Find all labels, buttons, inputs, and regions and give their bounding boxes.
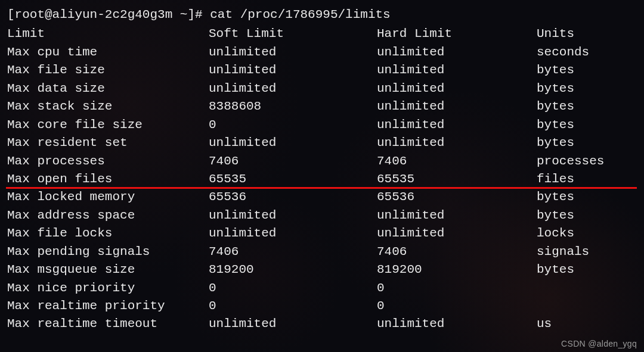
cell-soft: 8388608 — [209, 98, 377, 116]
cell-limit: Max locked memory — [7, 188, 209, 206]
cell-soft: unlimited — [209, 43, 377, 61]
table-row: Max pending signals74067406signals — [7, 243, 637, 261]
table-row: Max msgqueue size819200819200bytes — [7, 261, 637, 279]
header-hard: Hard Limit — [377, 25, 537, 43]
cell-units: bytes — [537, 261, 574, 279]
cell-hard: unlimited — [377, 225, 537, 242]
cell-soft: unlimited — [209, 61, 377, 79]
shell-prompt[interactable]: [root@aliyun-2c2g40g3m ~]# cat /proc/178… — [7, 6, 637, 24]
cell-hard: 7406 — [377, 152, 537, 170]
header-limit: Limit — [7, 25, 209, 43]
cell-hard: 65535 — [377, 170, 537, 188]
table-row: Max core file size0unlimitedbytes — [7, 116, 637, 134]
table-row: Max realtime timeoutunlimitedunlimitedus — [7, 315, 637, 333]
cell-hard: unlimited — [377, 207, 537, 225]
cell-soft: unlimited — [209, 315, 377, 333]
cell-soft: 7406 — [209, 243, 377, 261]
cell-limit: Max msgqueue size — [7, 261, 209, 279]
cell-hard: unlimited — [377, 98, 537, 116]
cell-limit: Max stack size — [7, 98, 209, 116]
cell-hard: unlimited — [377, 116, 537, 134]
cell-limit: Max nice priority — [7, 279, 209, 297]
table-row: Max data sizeunlimitedunlimitedbytes — [7, 80, 637, 98]
cell-limit: Max open files — [7, 170, 209, 188]
cell-soft: 819200 — [209, 261, 377, 279]
table-row: Max nice priority00 — [7, 279, 637, 297]
cell-soft: 7406 — [209, 152, 377, 170]
cell-limit: Max address space — [7, 207, 209, 225]
table-row: Max stack size8388608unlimitedbytes — [7, 98, 637, 116]
cell-soft: unlimited — [209, 225, 377, 242]
cell-limit: Max realtime timeout — [7, 315, 209, 333]
header-soft: Soft Limit — [209, 25, 377, 43]
cell-hard: 0 — [377, 279, 537, 297]
cell-units: seconds — [537, 43, 589, 61]
limits-header-row: Limit Soft Limit Hard Limit Units — [7, 25, 637, 43]
table-row: Max processes74067406processes — [7, 152, 637, 170]
cell-soft: 0 — [209, 297, 377, 315]
cell-soft: 65536 — [209, 188, 377, 206]
cell-limit: Max file size — [7, 61, 209, 79]
cell-hard: unlimited — [377, 61, 537, 79]
cell-limit: Max pending signals — [7, 243, 209, 261]
cell-hard: 0 — [377, 297, 537, 315]
cell-units: processes — [537, 152, 604, 170]
cell-units: us — [537, 315, 552, 333]
cell-hard: unlimited — [377, 80, 537, 98]
cell-units: bytes — [537, 61, 574, 79]
highlight-underline — [6, 187, 637, 189]
cell-soft: unlimited — [209, 207, 377, 225]
cell-units: bytes — [537, 188, 574, 206]
cell-hard: unlimited — [377, 43, 537, 61]
cell-limit: Max processes — [7, 152, 209, 170]
cell-hard: 7406 — [377, 243, 537, 261]
table-row: Max open files6553565535files — [7, 170, 637, 188]
cell-units: bytes — [537, 116, 574, 134]
cell-soft: 0 — [209, 279, 377, 297]
cell-limit: Max file locks — [7, 225, 209, 242]
cell-limit: Max core file size — [7, 116, 209, 134]
table-row: Max resident setunlimitedunlimitedbytes — [7, 134, 637, 152]
cell-units: bytes — [537, 98, 574, 116]
cell-hard: 819200 — [377, 261, 537, 279]
cell-hard: unlimited — [377, 315, 537, 333]
cell-units: bytes — [537, 80, 574, 98]
cell-units: locks — [537, 225, 574, 242]
table-row: Max file locksunlimitedunlimitedlocks — [7, 225, 637, 242]
cell-hard: 65536 — [377, 188, 537, 206]
cell-soft: 65535 — [209, 170, 377, 188]
watermark-text: CSDN @alden_ygq — [561, 338, 637, 350]
cell-units: bytes — [537, 134, 574, 152]
table-row: Max locked memory6553665536bytes — [7, 188, 637, 206]
table-row: Max file sizeunlimitedunlimitedbytes — [7, 61, 637, 79]
cell-units: files — [537, 170, 574, 188]
table-row: Max address spaceunlimitedunlimitedbytes — [7, 207, 637, 225]
cell-units: bytes — [537, 207, 574, 225]
cell-soft: 0 — [209, 116, 377, 134]
header-units: Units — [537, 25, 574, 43]
cell-limit: Max cpu time — [7, 43, 209, 61]
cell-soft: unlimited — [209, 134, 377, 152]
cell-limit: Max realtime priority — [7, 297, 209, 315]
table-row: Max realtime priority00 — [7, 297, 637, 315]
table-row: Max cpu timeunlimitedunlimitedseconds — [7, 43, 637, 61]
cell-limit: Max data size — [7, 80, 209, 98]
cell-soft: unlimited — [209, 80, 377, 98]
cell-units: signals — [537, 243, 589, 261]
cell-limit: Max resident set — [7, 134, 209, 152]
cell-hard: unlimited — [377, 134, 537, 152]
